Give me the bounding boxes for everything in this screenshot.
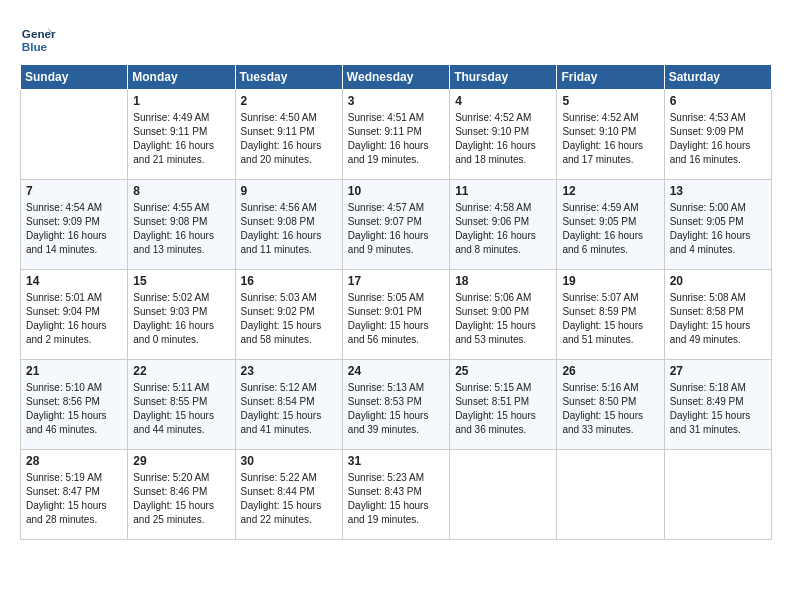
- day-number: 18: [455, 274, 551, 288]
- header-cell-sunday: Sunday: [21, 65, 128, 90]
- calendar-cell: 24Sunrise: 5:13 AM Sunset: 8:53 PM Dayli…: [342, 360, 449, 450]
- calendar-cell: 31Sunrise: 5:23 AM Sunset: 8:43 PM Dayli…: [342, 450, 449, 540]
- day-number: 12: [562, 184, 658, 198]
- day-info: Sunrise: 4:58 AM Sunset: 9:06 PM Dayligh…: [455, 201, 551, 257]
- day-number: 1: [133, 94, 229, 108]
- day-number: 15: [133, 274, 229, 288]
- week-row-2: 7Sunrise: 4:54 AM Sunset: 9:09 PM Daylig…: [21, 180, 772, 270]
- week-row-4: 21Sunrise: 5:10 AM Sunset: 8:56 PM Dayli…: [21, 360, 772, 450]
- day-info: Sunrise: 5:20 AM Sunset: 8:46 PM Dayligh…: [133, 471, 229, 527]
- calendar-cell: 8Sunrise: 4:55 AM Sunset: 9:08 PM Daylig…: [128, 180, 235, 270]
- calendar-cell: 20Sunrise: 5:08 AM Sunset: 8:58 PM Dayli…: [664, 270, 771, 360]
- day-number: 26: [562, 364, 658, 378]
- day-info: Sunrise: 5:16 AM Sunset: 8:50 PM Dayligh…: [562, 381, 658, 437]
- day-info: Sunrise: 5:22 AM Sunset: 8:44 PM Dayligh…: [241, 471, 337, 527]
- day-number: 11: [455, 184, 551, 198]
- svg-text:Blue: Blue: [22, 40, 48, 53]
- calendar-cell: [664, 450, 771, 540]
- day-info: Sunrise: 5:11 AM Sunset: 8:55 PM Dayligh…: [133, 381, 229, 437]
- day-number: 31: [348, 454, 444, 468]
- calendar-cell: 15Sunrise: 5:02 AM Sunset: 9:03 PM Dayli…: [128, 270, 235, 360]
- day-number: 7: [26, 184, 122, 198]
- day-info: Sunrise: 5:18 AM Sunset: 8:49 PM Dayligh…: [670, 381, 766, 437]
- header-cell-thursday: Thursday: [450, 65, 557, 90]
- header-cell-wednesday: Wednesday: [342, 65, 449, 90]
- calendar-cell: 7Sunrise: 4:54 AM Sunset: 9:09 PM Daylig…: [21, 180, 128, 270]
- calendar-cell: 30Sunrise: 5:22 AM Sunset: 8:44 PM Dayli…: [235, 450, 342, 540]
- calendar-cell: 28Sunrise: 5:19 AM Sunset: 8:47 PM Dayli…: [21, 450, 128, 540]
- week-row-5: 28Sunrise: 5:19 AM Sunset: 8:47 PM Dayli…: [21, 450, 772, 540]
- calendar-cell: 2Sunrise: 4:50 AM Sunset: 9:11 PM Daylig…: [235, 90, 342, 180]
- day-number: 27: [670, 364, 766, 378]
- day-info: Sunrise: 5:10 AM Sunset: 8:56 PM Dayligh…: [26, 381, 122, 437]
- day-info: Sunrise: 5:13 AM Sunset: 8:53 PM Dayligh…: [348, 381, 444, 437]
- day-number: 2: [241, 94, 337, 108]
- calendar-cell: [557, 450, 664, 540]
- day-info: Sunrise: 4:53 AM Sunset: 9:09 PM Dayligh…: [670, 111, 766, 167]
- header-cell-monday: Monday: [128, 65, 235, 90]
- day-number: 20: [670, 274, 766, 288]
- calendar-cell: 27Sunrise: 5:18 AM Sunset: 8:49 PM Dayli…: [664, 360, 771, 450]
- calendar-cell: 19Sunrise: 5:07 AM Sunset: 8:59 PM Dayli…: [557, 270, 664, 360]
- day-number: 16: [241, 274, 337, 288]
- day-number: 10: [348, 184, 444, 198]
- day-number: 21: [26, 364, 122, 378]
- calendar-cell: 22Sunrise: 5:11 AM Sunset: 8:55 PM Dayli…: [128, 360, 235, 450]
- calendar-cell: 4Sunrise: 4:52 AM Sunset: 9:10 PM Daylig…: [450, 90, 557, 180]
- day-info: Sunrise: 5:02 AM Sunset: 9:03 PM Dayligh…: [133, 291, 229, 347]
- calendar-cell: 17Sunrise: 5:05 AM Sunset: 9:01 PM Dayli…: [342, 270, 449, 360]
- calendar-cell: [450, 450, 557, 540]
- header-cell-tuesday: Tuesday: [235, 65, 342, 90]
- calendar-cell: 6Sunrise: 4:53 AM Sunset: 9:09 PM Daylig…: [664, 90, 771, 180]
- day-info: Sunrise: 5:23 AM Sunset: 8:43 PM Dayligh…: [348, 471, 444, 527]
- day-info: Sunrise: 5:05 AM Sunset: 9:01 PM Dayligh…: [348, 291, 444, 347]
- calendar-cell: 26Sunrise: 5:16 AM Sunset: 8:50 PM Dayli…: [557, 360, 664, 450]
- calendar-cell: 5Sunrise: 4:52 AM Sunset: 9:10 PM Daylig…: [557, 90, 664, 180]
- calendar-cell: [21, 90, 128, 180]
- calendar-cell: 25Sunrise: 5:15 AM Sunset: 8:51 PM Dayli…: [450, 360, 557, 450]
- day-number: 30: [241, 454, 337, 468]
- day-info: Sunrise: 4:55 AM Sunset: 9:08 PM Dayligh…: [133, 201, 229, 257]
- logo-icon: General Blue: [20, 20, 56, 56]
- calendar-table: SundayMondayTuesdayWednesdayThursdayFrid…: [20, 64, 772, 540]
- day-number: 22: [133, 364, 229, 378]
- calendar-cell: 16Sunrise: 5:03 AM Sunset: 9:02 PM Dayli…: [235, 270, 342, 360]
- calendar-cell: 13Sunrise: 5:00 AM Sunset: 9:05 PM Dayli…: [664, 180, 771, 270]
- day-info: Sunrise: 5:15 AM Sunset: 8:51 PM Dayligh…: [455, 381, 551, 437]
- day-info: Sunrise: 5:19 AM Sunset: 8:47 PM Dayligh…: [26, 471, 122, 527]
- calendar-cell: 3Sunrise: 4:51 AM Sunset: 9:11 PM Daylig…: [342, 90, 449, 180]
- day-number: 9: [241, 184, 337, 198]
- day-info: Sunrise: 5:08 AM Sunset: 8:58 PM Dayligh…: [670, 291, 766, 347]
- calendar-cell: 12Sunrise: 4:59 AM Sunset: 9:05 PM Dayli…: [557, 180, 664, 270]
- day-info: Sunrise: 4:49 AM Sunset: 9:11 PM Dayligh…: [133, 111, 229, 167]
- day-number: 24: [348, 364, 444, 378]
- day-number: 4: [455, 94, 551, 108]
- day-info: Sunrise: 5:06 AM Sunset: 9:00 PM Dayligh…: [455, 291, 551, 347]
- day-info: Sunrise: 4:57 AM Sunset: 9:07 PM Dayligh…: [348, 201, 444, 257]
- page-header: General Blue: [20, 20, 772, 56]
- day-number: 13: [670, 184, 766, 198]
- calendar-header: SundayMondayTuesdayWednesdayThursdayFrid…: [21, 65, 772, 90]
- day-info: Sunrise: 4:52 AM Sunset: 9:10 PM Dayligh…: [562, 111, 658, 167]
- day-number: 3: [348, 94, 444, 108]
- day-info: Sunrise: 4:59 AM Sunset: 9:05 PM Dayligh…: [562, 201, 658, 257]
- day-number: 25: [455, 364, 551, 378]
- day-info: Sunrise: 4:51 AM Sunset: 9:11 PM Dayligh…: [348, 111, 444, 167]
- calendar-cell: 14Sunrise: 5:01 AM Sunset: 9:04 PM Dayli…: [21, 270, 128, 360]
- day-info: Sunrise: 5:03 AM Sunset: 9:02 PM Dayligh…: [241, 291, 337, 347]
- day-info: Sunrise: 5:12 AM Sunset: 8:54 PM Dayligh…: [241, 381, 337, 437]
- header-cell-friday: Friday: [557, 65, 664, 90]
- week-row-3: 14Sunrise: 5:01 AM Sunset: 9:04 PM Dayli…: [21, 270, 772, 360]
- calendar-cell: 1Sunrise: 4:49 AM Sunset: 9:11 PM Daylig…: [128, 90, 235, 180]
- header-row: SundayMondayTuesdayWednesdayThursdayFrid…: [21, 65, 772, 90]
- day-info: Sunrise: 5:01 AM Sunset: 9:04 PM Dayligh…: [26, 291, 122, 347]
- calendar-body: 1Sunrise: 4:49 AM Sunset: 9:11 PM Daylig…: [21, 90, 772, 540]
- calendar-cell: 23Sunrise: 5:12 AM Sunset: 8:54 PM Dayli…: [235, 360, 342, 450]
- calendar-cell: 18Sunrise: 5:06 AM Sunset: 9:00 PM Dayli…: [450, 270, 557, 360]
- day-info: Sunrise: 4:52 AM Sunset: 9:10 PM Dayligh…: [455, 111, 551, 167]
- day-info: Sunrise: 4:56 AM Sunset: 9:08 PM Dayligh…: [241, 201, 337, 257]
- day-number: 5: [562, 94, 658, 108]
- logo: General Blue: [20, 20, 60, 56]
- day-info: Sunrise: 4:54 AM Sunset: 9:09 PM Dayligh…: [26, 201, 122, 257]
- day-number: 6: [670, 94, 766, 108]
